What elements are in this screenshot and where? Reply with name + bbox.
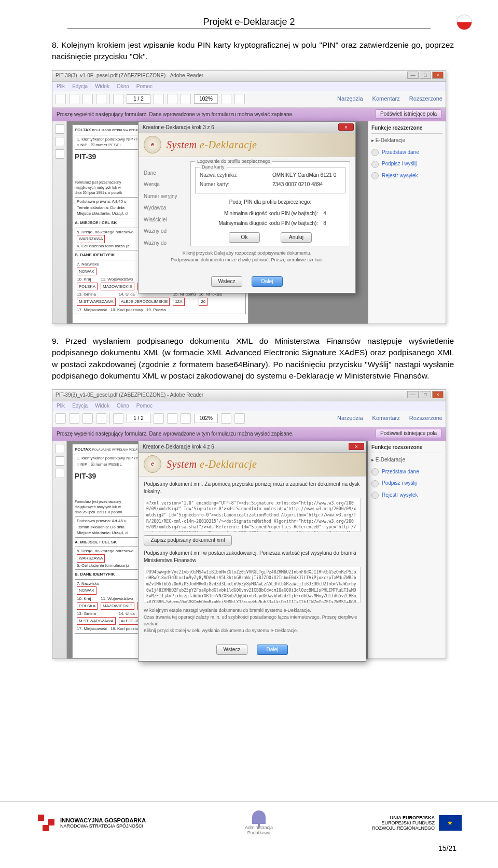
menu-edycja[interactable]: Edycja	[72, 83, 88, 90]
reader-sidebar-2	[52, 441, 67, 659]
export-icon-2[interactable]	[56, 413, 66, 424]
doc-icon	[371, 149, 379, 156]
wizard2-close-button[interactable]: ×	[349, 443, 364, 450]
wizard2-desc1: Podpisany dokument xml. Za pomocą przyci…	[144, 481, 361, 496]
mail-icon-2[interactable]	[96, 413, 106, 424]
para-step-9: 9. Przed wysłaniem podpisanego dokumentu…	[52, 335, 454, 382]
zoom-in-icon[interactable]	[181, 94, 191, 104]
mail-icon[interactable]	[96, 94, 106, 104]
reader-body: POLTAX POLA JASNE WYPEŁNIA PODATNIK, LIT…	[52, 121, 446, 324]
highlight-fields-button[interactable]: Podświetl istniejące pola	[376, 109, 441, 119]
screenshot-2: PIT-39(3)_v1-0E_pesel.pdf (ZABEZPIECZONE…	[52, 389, 446, 659]
reader-menubar: Plik Edycja Widok Okno Pomoc	[52, 82, 446, 91]
thumbnails-icon[interactable]	[55, 124, 64, 134]
lbl-dane: Dane	[144, 170, 185, 177]
link-narzedzia[interactable]: Narzędzia	[337, 95, 363, 103]
page-down-icon-2[interactable]	[154, 413, 164, 424]
page-down-icon[interactable]	[154, 94, 164, 104]
print-icon-2[interactable]	[82, 413, 93, 424]
lbl-wazny-do: Ważny do	[144, 240, 185, 247]
wizard2-desc2: Podpisany dokument xml w postaci zakodow…	[144, 550, 361, 565]
wizard2-note: W kolejnym etapie nastąpi wysłanie dokum…	[144, 603, 361, 634]
lbl-wlasciciel: Właściciel	[144, 216, 185, 224]
menu-pomoc[interactable]: Pomoc	[136, 83, 153, 90]
ok-button[interactable]: Ok	[229, 232, 260, 243]
print-icon[interactable]	[82, 94, 93, 104]
reader-titlebar: PIT-39(3)_v1-0E_pesel.pdf (ZABEZPIECZONE…	[52, 71, 446, 82]
wizard-dialog-step4: Kreator e-Deklaracje krok 4 z 6 × e Syst…	[138, 441, 366, 662]
zoom-value[interactable]: 102%	[194, 94, 218, 104]
attachments-icon[interactable]	[55, 149, 64, 159]
wizard-close-button[interactable]: ×	[338, 123, 354, 131]
minimize-button[interactable]: —	[407, 72, 419, 79]
lbl-wazny-od: Ważny od	[144, 228, 185, 235]
page-header: Projekt e-Deklaracje 2	[0, 0, 498, 29]
reader-sidebar	[52, 121, 67, 324]
page-up-icon-2[interactable]	[113, 413, 123, 424]
lbl-wydawca: Wydawca	[144, 204, 185, 212]
reader-rightpane-2: Funkcje rozszerzone ▸ E-Deklaracje Przed…	[368, 441, 446, 659]
tool2-icon[interactable]	[234, 94, 245, 104]
pen-icon	[371, 161, 379, 168]
save-icon-2[interactable]	[69, 413, 79, 424]
highlight-fields-button-2[interactable]: Podświetl istniejące pola	[376, 429, 441, 438]
anuluj-button[interactable]: Anuluj	[281, 232, 312, 243]
purple-infobar: Proszę wypełnić następujący formularz. D…	[52, 108, 446, 121]
rightpane-item-rejestr[interactable]: Rejestr wysyłek	[371, 172, 442, 180]
close-button[interactable]: ×	[432, 72, 444, 79]
header-title: Projekt e-Deklaracje 2	[203, 17, 295, 27]
export-icon[interactable]	[56, 94, 66, 104]
dalej-button[interactable]: Dalej	[252, 276, 283, 287]
close-button-2[interactable]: ×	[432, 391, 444, 398]
wstecz-button-2[interactable]: Wstecz	[216, 645, 247, 655]
menu-widok[interactable]: Widok	[95, 83, 109, 90]
poltax-label: POLTAX	[75, 128, 91, 132]
page-indicator[interactable]: 1 / 2	[127, 94, 150, 104]
save-xml-button[interactable]: Zapisz podpisany dokument xml	[144, 535, 232, 545]
menu-okno[interactable]: Okno	[117, 83, 129, 90]
pin-instruction: Podaj PIN dla profilu bezpiecznego:	[195, 199, 345, 206]
logo-administracja-podatkowa: Administracja Podatkowa	[245, 810, 273, 835]
encoded-xml-textarea[interactable]: PD94bWwgdmVyc2IvbjOiMS4wIiBIbmNvZGluZz0i…	[144, 567, 361, 603]
tool-icon[interactable]	[221, 94, 231, 104]
rightpane-head: Funkcje rozszerzone	[371, 124, 442, 134]
rightpane-item-podpisz[interactable]: Podpisz i wyślij	[371, 160, 442, 168]
reader-device-value: OMNIKEY CardMan 6121 0	[272, 172, 336, 179]
reader-titlebar-2: PIT-39(3)_v1-0E_pesel.pdf (ZABEZPIECZONE…	[52, 390, 446, 401]
zoom-out-icon-2[interactable]	[167, 413, 177, 424]
edeklaracje-logo-icon: e	[144, 136, 161, 153]
minimize-button-2[interactable]: —	[407, 391, 419, 398]
wizard-titlebar: Kreator e-Deklaracje krok 3 z 6 ×	[139, 122, 355, 133]
eu-flag-icon: ★	[439, 815, 462, 831]
menu-plik[interactable]: Plik	[57, 83, 65, 90]
dane-karty-groupbox: Dane karty	[200, 164, 227, 171]
lock-icon[interactable]	[55, 137, 64, 146]
maximize-button[interactable]: □	[420, 72, 431, 79]
ig-logo-icon	[36, 813, 56, 833]
lbl-numer-seryjny: Numer seryjny	[144, 193, 185, 201]
page-up-icon[interactable]	[113, 94, 123, 104]
link-rozszerzone[interactable]: Rozszerzone	[409, 95, 442, 103]
purple-msg: Proszę wypełnić następujący formularz. D…	[57, 111, 294, 119]
pin-min: 4	[323, 210, 326, 218]
link-komentarz[interactable]: Komentarz	[372, 95, 400, 103]
reader-body-2: POLTAX POLA JASNE WYPEŁNIA PODATNIK, LIT…	[52, 441, 446, 659]
wizard2-title: Kreator e-Deklaracje krok 4 z 6	[143, 444, 214, 450]
list-icon	[371, 172, 379, 179]
footer: INNOWACYJNA GOSPODARKANARODOWA STRATEGIA…	[0, 802, 498, 838]
logo-innowacyjna-gospodarka: INNOWACYJNA GOSPODARKANARODOWA STRATEGIA…	[36, 813, 146, 833]
wizard-dialog-step3: Kreator e-Deklaracje krok 3 z 6 × e Syst…	[138, 121, 356, 293]
wstecz-button[interactable]: Wstecz	[211, 276, 242, 287]
field-urzad[interactable]: WARSZAWA	[77, 235, 105, 243]
zoom-out-icon[interactable]	[167, 94, 177, 104]
zoom-in-icon-2[interactable]	[181, 413, 191, 424]
rightpane-item-przedstaw[interactable]: Przedstaw dane	[371, 149, 442, 157]
maximize-button-2[interactable]: □	[420, 391, 431, 398]
ap-tree-icon	[252, 810, 266, 824]
page-number: 15/21	[438, 844, 457, 852]
window-title: PIT-39(3)_v1-0E_pesel.pdf (ZABEZPIECZONE…	[56, 72, 203, 80]
dalej-button-2[interactable]: Dalej	[257, 645, 288, 655]
signed-xml-textarea[interactable]: <?xml version="1.0" encoding="UTF-8"?><d…	[144, 498, 361, 532]
save-icon[interactable]	[69, 94, 79, 104]
para-step-8: 8. Kolejnym krokiem jest wpisanie kodu P…	[52, 39, 454, 63]
